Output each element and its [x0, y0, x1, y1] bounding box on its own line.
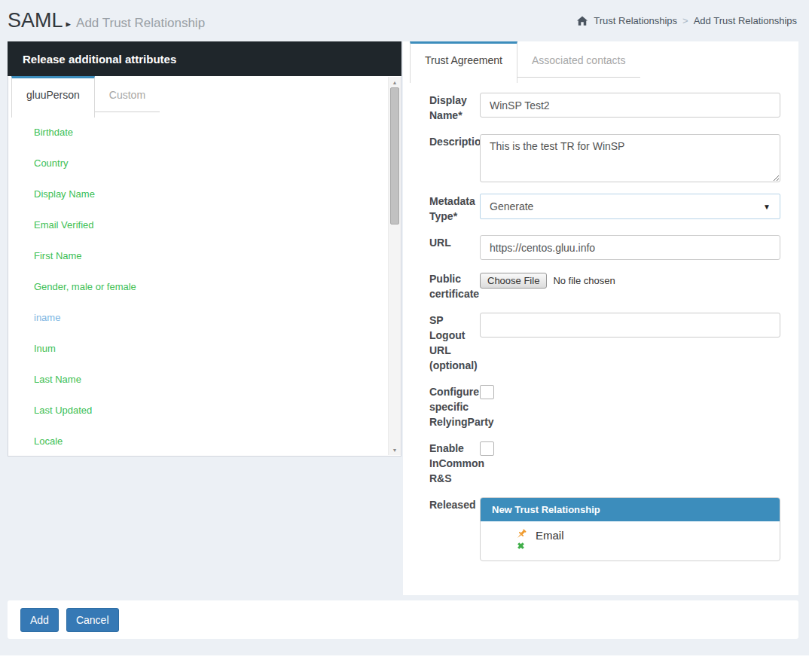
description-textarea[interactable]: This is the test TR for WinSP	[480, 134, 780, 182]
page: SAML ▸ Add Trust Relationship Trust Rela…	[0, 0, 809, 655]
attribute-list-item: Last Name	[34, 374, 401, 389]
page-title: Add Trust Relationship	[76, 16, 205, 31]
breadcrumb-trust-relationships[interactable]: Trust Relationships	[594, 15, 677, 26]
file-chosen-status: No file chosen	[553, 275, 615, 286]
attribute-list-item: Country	[34, 157, 401, 173]
scrollbar-thumb[interactable]	[390, 87, 399, 225]
released-attribute-item: Email	[490, 528, 771, 551]
scrollbar-up-icon[interactable]: ▲	[389, 77, 401, 87]
trust-form: Display Name* Description This is the te…	[407, 83, 798, 561]
sp-logout-url-input[interactable]	[480, 313, 780, 338]
attribute-link[interactable]: Inum	[34, 343, 56, 354]
scrollbar[interactable]: ▲ ▼	[388, 77, 401, 455]
display-name-label: Display Name*	[429, 93, 480, 123]
metadata-type-row: Metadata Type* Generate ▼	[429, 194, 798, 224]
action-bar: Add Cancel	[8, 600, 798, 639]
metadata-type-label: Metadata Type*	[429, 194, 480, 224]
attribute-link[interactable]: iname	[34, 312, 60, 323]
tab-custom[interactable]: Custom	[95, 76, 160, 112]
attribute-list-item: Gender, male or female	[34, 281, 401, 296]
tab-trust-agreement[interactable]: Trust Agreement	[410, 41, 517, 83]
attribute-list-item: Last Updated	[34, 405, 401, 420]
attribute-link[interactable]: Display Name	[34, 188, 95, 200]
released-attributes-panel: New Trust Relationship	[480, 497, 780, 561]
pushpin-icon[interactable]	[514, 528, 527, 541]
display-name-row: Display Name*	[429, 93, 798, 123]
attribute-tabs: gluuPerson Custom	[8, 76, 401, 118]
attribute-list-item: Birthdate	[34, 127, 401, 142]
attribute-link[interactable]: First Name	[34, 250, 82, 261]
description-row: Description This is the test TR for WinS…	[429, 134, 798, 182]
released-attribute-name: Email	[536, 529, 564, 542]
attribute-link[interactable]: Last Updated	[34, 405, 92, 416]
url-label: URL	[429, 235, 480, 260]
metadata-type-value: Generate	[490, 200, 533, 212]
url-input[interactable]	[480, 235, 780, 260]
release-attributes-body: gluuPerson Custom BirthdateCountryDispla…	[8, 76, 401, 457]
cancel-button[interactable]: Cancel	[66, 608, 119, 632]
released-row: Released New Trust Relationship	[429, 497, 798, 561]
attribute-list-item: Display Name	[34, 188, 401, 203]
attribute-link[interactable]: Last Name	[34, 374, 81, 385]
enable-incommon-label: Enable InCommon R&S	[429, 441, 480, 486]
metadata-type-select[interactable]: Generate ▼	[480, 194, 780, 219]
attribute-list-item: Inum	[34, 343, 401, 358]
attribute-link[interactable]: Locale	[34, 435, 63, 447]
app-title: SAML	[8, 9, 63, 32]
breadcrumb-separator: >	[682, 15, 688, 26]
enable-incommon-row: Enable InCommon R&S	[429, 441, 798, 486]
breadcrumb-current: Add Trust Relationships	[694, 15, 797, 26]
sp-logout-url-label: SP Logout URL (optional)	[429, 313, 480, 373]
url-row: URL	[429, 235, 798, 260]
attribute-link[interactable]: Gender, male or female	[34, 281, 136, 292]
remove-attribute-icon[interactable]	[516, 541, 526, 551]
attribute-list-item: First Name	[34, 250, 401, 265]
scrollbar-down-icon[interactable]: ▼	[389, 444, 401, 455]
display-name-input[interactable]	[480, 93, 780, 118]
chevron-down-icon: ▼	[763, 203, 771, 211]
content-area: Release additional attributes gluuPerson…	[0, 41, 809, 595]
released-panel-title: New Trust Relationship	[481, 498, 780, 521]
choose-file-button[interactable]: Choose File	[480, 273, 547, 289]
top-header: SAML ▸ Add Trust Relationship Trust Rela…	[0, 0, 809, 41]
attribute-list-item: Email Verified	[34, 219, 401, 234]
attribute-link[interactable]: Country	[34, 157, 69, 169]
heading-arrow-icon: ▸	[66, 18, 72, 29]
configure-relying-party-row: Configure specific RelyingParty	[429, 384, 798, 429]
description-label: Description	[429, 134, 480, 182]
attribute-list-item: iname	[34, 312, 401, 327]
tab-gluuperson[interactable]: gluuPerson	[11, 76, 95, 118]
attribute-link[interactable]: Email Verified	[34, 219, 93, 231]
trust-tabs: Trust Agreement Associated contacts	[407, 41, 798, 83]
release-attributes-title: Release additional attributes	[8, 41, 401, 76]
attribute-link[interactable]: Birthdate	[34, 127, 73, 138]
released-label: Released	[429, 497, 480, 561]
page-heading: SAML ▸ Add Trust Relationship	[8, 9, 205, 32]
breadcrumb: Trust Relationships > Add Trust Relation…	[577, 15, 797, 26]
configure-relying-party-checkbox[interactable]	[480, 385, 494, 399]
attribute-list: BirthdateCountryDisplay NameEmail Verifi…	[8, 127, 401, 451]
trust-agreement-panel: Trust Agreement Associated contacts Disp…	[403, 41, 798, 595]
released-panel-body: Email	[481, 521, 780, 561]
home-icon	[577, 16, 588, 26]
sp-logout-url-row: SP Logout URL (optional)	[429, 313, 798, 373]
enable-incommon-checkbox[interactable]	[480, 441, 494, 456]
tab-associated-contacts[interactable]: Associated contacts	[517, 41, 640, 78]
public-certificate-row: Public certificate Choose File No file c…	[429, 271, 798, 301]
attribute-list-item: Locale	[34, 435, 401, 451]
public-certificate-label: Public certificate	[429, 271, 480, 301]
configure-relying-party-label: Configure specific RelyingParty	[429, 384, 480, 429]
release-attributes-panel: Release additional attributes gluuPerson…	[8, 41, 401, 595]
add-button[interactable]: Add	[20, 608, 59, 632]
